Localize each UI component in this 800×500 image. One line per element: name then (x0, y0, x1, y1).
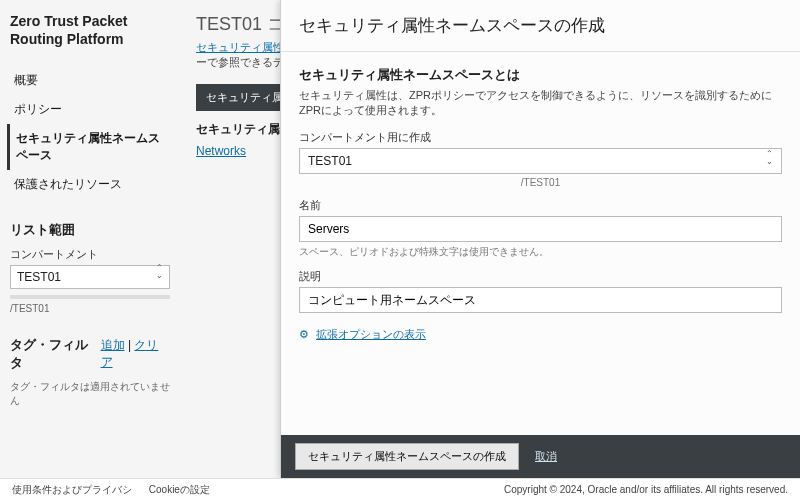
create-namespace-panel: セキュリティ属性ネームスペースの作成 セキュリティ属性ネームスペースとは セキュ… (280, 0, 800, 478)
compartment-label: コンパートメント (10, 247, 170, 262)
product-title: Zero Trust Packet Routing Platform (10, 12, 170, 48)
tag-none-text: タグ・フィルタは適用されていません (10, 380, 170, 408)
tag-filter-heading: タグ・フィルタ (10, 336, 101, 372)
advanced-options-link[interactable]: 拡張オプションの表示 (316, 328, 426, 340)
desc-field-input[interactable] (299, 287, 782, 313)
compartment-loading-bar (10, 295, 170, 299)
settings-icon: ⚙ (299, 328, 309, 340)
compartment-field-select[interactable]: TEST01 (299, 148, 782, 174)
list-scope-section: リスト範囲 コンパートメント TEST01 /TEST01 (10, 221, 170, 314)
name-field-input[interactable] (299, 216, 782, 242)
footer-copyright: Copyright © 2024, Oracle and/or its affi… (504, 484, 788, 495)
panel-subtitle: セキュリティ属性ネームスペースとは (299, 66, 782, 84)
nav-overview[interactable]: 概要 (10, 66, 170, 95)
panel-title: セキュリティ属性ネームスペースの作成 (281, 0, 800, 52)
compartment-select[interactable]: TEST01 (10, 265, 170, 289)
list-scope-heading: リスト範囲 (10, 221, 170, 239)
tag-add-link[interactable]: 追加 (101, 338, 125, 352)
panel-footer: セキュリティ属性ネームスペースの作成 取消 (281, 435, 800, 478)
nav-policy[interactable]: ポリシー (10, 95, 170, 124)
tag-filter-section: タグ・フィルタ 追加 | クリア タグ・フィルタは適用されていません (10, 336, 170, 408)
nav-namespace[interactable]: セキュリティ属性ネームスペース (7, 124, 170, 170)
networks-link[interactable]: Networks (196, 144, 246, 158)
compartment-field-crumb: /TEST01 (299, 177, 782, 188)
compartment-field-label: コンパートメント用に作成 (299, 130, 782, 145)
footer-cookie[interactable]: Cookieの設定 (149, 484, 210, 495)
desc-field-label: 説明 (299, 269, 782, 284)
name-field-label: 名前 (299, 198, 782, 213)
panel-subtitle-desc: セキュリティ属性は、ZPRポリシーでアクセスを制御できるように、リソースを識別す… (299, 88, 782, 118)
name-field-hint: スペース、ピリオドおよび特殊文字は使用できません。 (299, 245, 782, 259)
sidebar: Zero Trust Packet Routing Platform 概要 ポリ… (0, 0, 180, 478)
compartment-value: TEST01 (17, 270, 61, 284)
create-button[interactable]: セキュリティ属性ネームスペースの作成 (295, 443, 519, 470)
footer-terms[interactable]: 使用条件およびプライバシ (12, 484, 132, 495)
compartment-field-value: TEST01 (308, 154, 352, 168)
cancel-button[interactable]: 取消 (535, 449, 557, 464)
nav-protected[interactable]: 保護されたリソース (10, 170, 170, 199)
page-footer: 使用条件およびプライバシ Cookieの設定 Copyright © 2024,… (0, 478, 800, 500)
compartment-crumb: /TEST01 (10, 303, 170, 314)
